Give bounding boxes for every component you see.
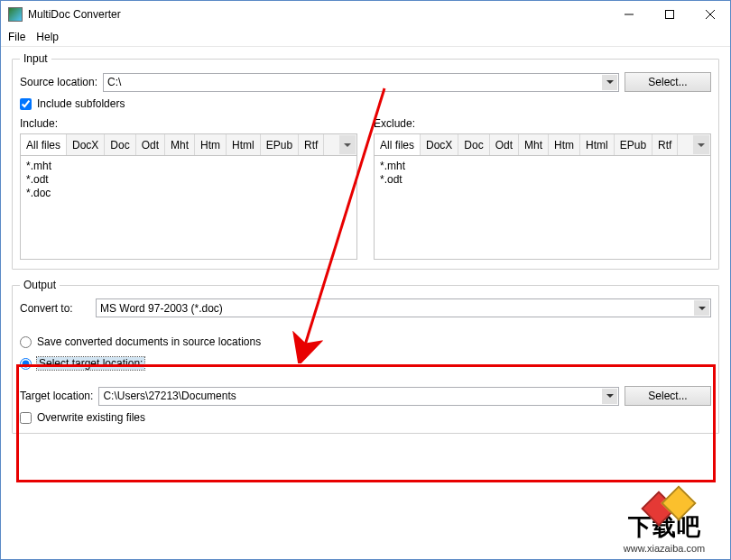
target-location-combo[interactable]: C:\Users\27213\Documents bbox=[98, 387, 619, 406]
exclude-tab-odt[interactable]: Odt bbox=[490, 134, 519, 155]
save-in-source-label: Save converted documents in source locat… bbox=[37, 335, 261, 348]
include-tab-all[interactable]: All files bbox=[21, 134, 67, 155]
save-in-source-radio[interactable] bbox=[20, 336, 32, 348]
include-subfolders-label: Include subfolders bbox=[37, 97, 125, 110]
menu-bar: File Help bbox=[1, 28, 730, 47]
dropdown-icon[interactable] bbox=[694, 300, 709, 316]
close-button[interactable] bbox=[689, 2, 730, 28]
source-location-value: C:\ bbox=[107, 76, 121, 88]
include-listbox[interactable]: *.mht *.odt *.doc bbox=[20, 155, 357, 260]
watermark-cube-icon bbox=[641, 491, 677, 527]
minimize-button[interactable] bbox=[608, 2, 649, 28]
dropdown-icon[interactable] bbox=[602, 389, 617, 404]
include-list-item: *.odt bbox=[26, 173, 351, 187]
tabstrip-scroll-icon[interactable] bbox=[693, 135, 709, 154]
target-select-button[interactable]: Select... bbox=[625, 386, 711, 406]
source-location-label: Source location: bbox=[20, 76, 97, 88]
overwrite-label: Overwrite existing files bbox=[37, 411, 145, 424]
convert-to-label: Convert to: bbox=[20, 302, 90, 315]
include-subfolders-checkbox[interactable] bbox=[20, 98, 32, 110]
target-location-value: C:\Users\27213\Documents bbox=[103, 390, 236, 402]
exclude-list-item: *.odt bbox=[380, 173, 705, 187]
tabstrip-scroll-icon[interactable] bbox=[339, 135, 356, 154]
include-tab-doc[interactable]: Doc bbox=[105, 134, 135, 155]
include-tabstrip: All files DocX Doc Odt Mht Htm Html EPub… bbox=[20, 133, 357, 155]
select-target-radio[interactable] bbox=[20, 358, 32, 370]
app-icon bbox=[8, 7, 23, 22]
include-tab-rtf[interactable]: Rtf bbox=[299, 134, 324, 155]
include-tab-mht[interactable]: Mht bbox=[165, 134, 195, 155]
target-location-label: Target location: bbox=[20, 390, 93, 402]
watermark-logo: 下载吧 www.xiazaiba.com bbox=[606, 491, 723, 554]
svg-rect-1 bbox=[665, 11, 673, 19]
output-legend: Output bbox=[20, 279, 60, 291]
watermark-text: 下载吧 bbox=[628, 511, 701, 543]
include-column: Include: All files DocX Doc Odt Mht Htm … bbox=[20, 117, 357, 260]
watermark-url: www.xiazaiba.com bbox=[624, 543, 705, 554]
exclude-tab-mht[interactable]: Mht bbox=[519, 134, 549, 155]
input-groupbox: Input Source location: C:\ Select... Inc… bbox=[12, 52, 719, 270]
input-legend: Input bbox=[20, 52, 51, 65]
source-location-combo[interactable]: C:\ bbox=[103, 73, 619, 92]
include-tab-docx[interactable]: DocX bbox=[67, 134, 105, 155]
include-tab-html[interactable]: Html bbox=[227, 134, 261, 155]
source-select-button[interactable]: Select... bbox=[625, 72, 711, 92]
menu-file[interactable]: File bbox=[8, 31, 25, 43]
output-groupbox: Output Convert to: MS Word 97-2003 (*.do… bbox=[12, 279, 719, 434]
exclude-tab-rtf[interactable]: Rtf bbox=[652, 134, 678, 155]
exclude-column: Exclude: All files DocX Doc Odt Mht Htm … bbox=[374, 117, 711, 260]
watermark-cube-icon bbox=[661, 485, 697, 521]
include-list-item: *.doc bbox=[26, 187, 351, 200]
exclude-tabstrip: All files DocX Doc Odt Mht Htm Html EPub… bbox=[374, 133, 711, 155]
include-list-item: *.mht bbox=[26, 160, 351, 173]
title-bar: MultiDoc Converter bbox=[1, 1, 730, 28]
convert-to-combo[interactable]: MS Word 97-2003 (*.doc) bbox=[96, 298, 711, 317]
exclude-tab-docx[interactable]: DocX bbox=[421, 134, 458, 155]
exclude-list-item: *.mht bbox=[380, 160, 705, 173]
include-label: Include: bbox=[20, 117, 357, 130]
dropdown-icon[interactable] bbox=[602, 75, 617, 90]
exclude-tab-epub[interactable]: EPub bbox=[615, 134, 652, 155]
overwrite-checkbox[interactable] bbox=[20, 412, 32, 424]
exclude-tab-html[interactable]: Html bbox=[580, 134, 615, 155]
include-tab-epub[interactable]: EPub bbox=[261, 134, 299, 155]
convert-to-value: MS Word 97-2003 (*.doc) bbox=[100, 302, 223, 315]
exclude-tab-doc[interactable]: Doc bbox=[458, 134, 489, 155]
maximize-button[interactable] bbox=[649, 2, 689, 28]
menu-help[interactable]: Help bbox=[36, 31, 59, 43]
window-title: MultiDoc Converter bbox=[28, 8, 121, 21]
exclude-tab-htm[interactable]: Htm bbox=[549, 134, 580, 155]
select-target-label: Select target location: bbox=[37, 357, 144, 370]
include-tab-odt[interactable]: Odt bbox=[136, 134, 165, 155]
include-tab-htm[interactable]: Htm bbox=[195, 134, 227, 155]
exclude-label: Exclude: bbox=[374, 117, 711, 130]
exclude-listbox[interactable]: *.mht *.odt bbox=[374, 155, 711, 260]
exclude-tab-all[interactable]: All files bbox=[375, 134, 421, 155]
